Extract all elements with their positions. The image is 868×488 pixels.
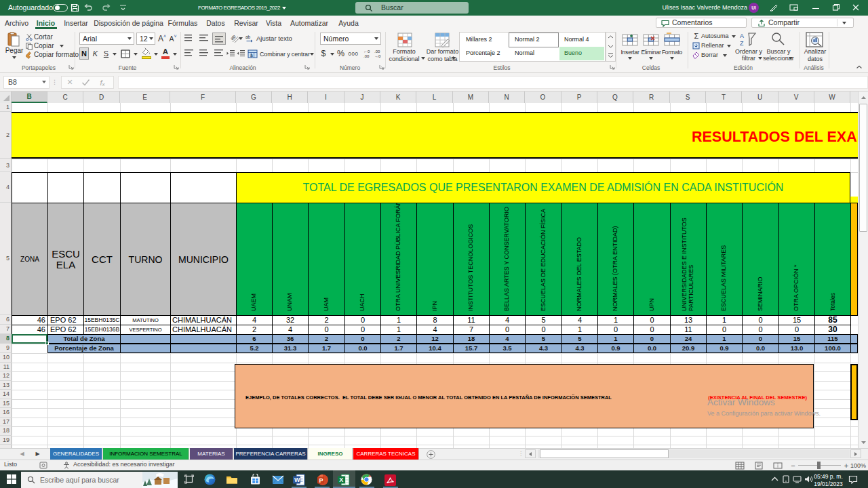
svg-text:.00: .00 bbox=[363, 54, 370, 58]
svg-text:P: P bbox=[319, 477, 323, 484]
svg-text:X: X bbox=[339, 476, 343, 483]
svg-text:ab: ab bbox=[245, 35, 251, 39]
svg-text:→0: →0 bbox=[374, 54, 381, 58]
svg-text:A: A bbox=[740, 33, 744, 39]
svg-text:a: a bbox=[250, 53, 253, 58]
svg-text:W: W bbox=[294, 476, 300, 483]
svg-text:←0: ←0 bbox=[363, 49, 370, 54]
svg-text:.00: .00 bbox=[374, 49, 380, 54]
svg-text:Z: Z bbox=[740, 40, 744, 47]
svg-text:ab: ab bbox=[231, 34, 237, 41]
